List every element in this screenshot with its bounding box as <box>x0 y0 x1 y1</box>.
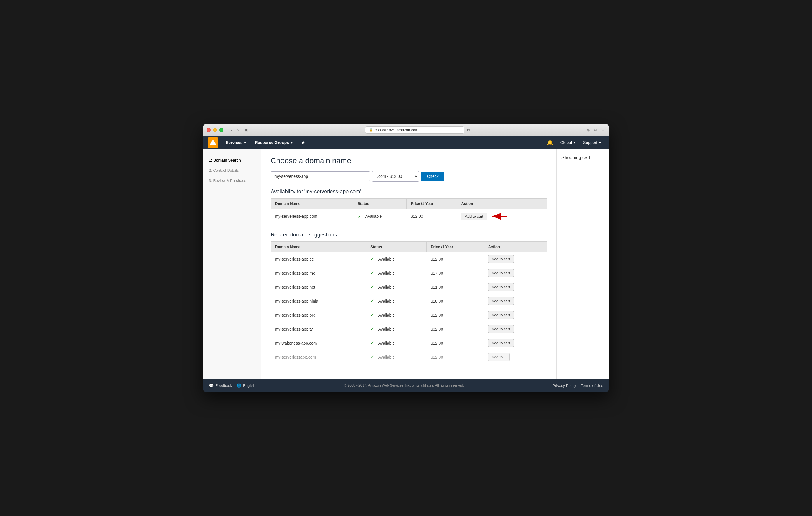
forward-button[interactable]: › <box>235 127 240 133</box>
price-cell: $12.00 <box>407 209 457 224</box>
sugg-domain-7: my-serverlessapp.com <box>271 350 366 364</box>
sugg-col-domain: Domain Name <box>271 242 366 252</box>
col-header-action: Action <box>457 199 547 209</box>
check-icon: ✓ <box>370 298 374 304</box>
sidebar-item-domain-search[interactable]: 1: Domain Search <box>203 155 261 165</box>
feedback-icon: 💬 <box>209 383 213 388</box>
sugg-domain-3: my-serverless-app.ninja <box>271 294 366 308</box>
feedback-button[interactable]: 💬 Feedback <box>209 383 232 388</box>
mac-window: ‹ › ▣ 🔒 console.aws.amazon.com ↺ ⎋ ⧉ + S… <box>203 124 609 392</box>
tld-select[interactable]: .com - $12.00 <box>372 171 419 182</box>
table-row: my-serverless-app.org ✓Available $12.00 … <box>271 308 547 322</box>
footer-copyright: © 2008 - 2017, Amazon Web Services, Inc.… <box>260 383 548 388</box>
sugg-price-0: $12.00 <box>427 252 484 266</box>
privacy-policy-link[interactable]: Privacy Policy <box>553 383 576 388</box>
check-icon: ✓ <box>370 354 374 360</box>
close-button[interactable] <box>206 128 210 132</box>
bell-icon: 🔔 <box>547 139 553 146</box>
sugg-domain-0: my-serverless-app.cc <box>271 252 366 266</box>
col-header-domain: Domain Name <box>271 199 353 209</box>
add-to-cart-button-main[interactable]: Add to cart <box>461 213 487 220</box>
browser-nav-buttons: ‹ › <box>229 127 241 133</box>
copyright-text: © 2008 - 2017, Amazon Web Services, Inc.… <box>344 383 464 388</box>
sugg-domain-4: my-serverless-app.org <box>271 308 366 322</box>
sidebar-item-review-purchase[interactable]: 3: Review & Purchase <box>203 176 261 186</box>
sugg-action-7: Add to... <box>484 350 547 364</box>
col-header-status: Status <box>353 199 407 209</box>
share-button[interactable]: ⎋ <box>586 127 591 133</box>
table-row: my-serverless-app.me ✓Available $17.00 A… <box>271 266 547 280</box>
support-dropdown-arrow: ▼ <box>599 141 602 144</box>
add-to-cart-button-5[interactable]: Add to cart <box>488 325 514 333</box>
lock-icon: 🔒 <box>369 128 373 132</box>
sugg-status-6: ✓Available <box>366 336 427 350</box>
sugg-domain-5: my-serverless-app.tv <box>271 322 366 336</box>
content-area: Choose a domain name .com - $12.00 Check… <box>261 149 556 379</box>
sugg-price-7: $12.00 <box>427 350 484 364</box>
language-label: English <box>243 383 256 388</box>
reload-button[interactable]: ↺ <box>467 128 470 132</box>
language-button[interactable]: 🌐 English <box>236 383 256 388</box>
back-button[interactable]: ‹ <box>229 127 234 133</box>
sugg-price-2: $11.00 <box>427 280 484 294</box>
tab-manage-button[interactable]: ⧉ <box>593 127 599 133</box>
sidebar-item-contact-details[interactable]: 2: Contact Details <box>203 165 261 176</box>
sugg-status-0: ✓Available <box>366 252 427 266</box>
table-row: my-serverless-app.com ✓ Available $12.00… <box>271 209 547 224</box>
domain-search-input[interactable] <box>271 172 370 181</box>
availability-table: Domain Name Status Price /1 Year Action … <box>271 198 547 223</box>
address-bar[interactable]: 🔒 console.aws.amazon.com <box>365 126 464 133</box>
steps-sidebar: 1: Domain Search 2: Contact Details 3: R… <box>203 149 261 379</box>
sugg-domain-2: my-serverless-app.net <box>271 280 366 294</box>
pin-nav-item[interactable]: ★ <box>297 136 309 149</box>
services-nav-item[interactable]: Services ▼ <box>222 136 251 149</box>
check-icon: ✓ <box>370 340 374 346</box>
add-to-cart-button-4[interactable]: Add to cart <box>488 311 514 319</box>
services-dropdown-arrow: ▼ <box>244 141 247 144</box>
resource-groups-label: Resource Groups <box>255 140 289 145</box>
global-dropdown[interactable]: Global ▼ <box>557 136 579 149</box>
sugg-status-5: ✓Available <box>366 322 427 336</box>
minimize-button[interactable] <box>213 128 217 132</box>
main-container: 1: Domain Search 2: Contact Details 3: R… <box>203 149 609 379</box>
table-row-truncated: my-serverlessapp.com ✓Available $12.00 A… <box>271 350 547 364</box>
global-label: Global <box>560 140 572 145</box>
availability-title: Availability for 'my-serverless-app.com' <box>271 189 547 195</box>
table-row: my-waiterless-app.com ✓Available $12.00 … <box>271 336 547 350</box>
feedback-label: Feedback <box>215 383 232 388</box>
check-button[interactable]: Check <box>421 172 444 181</box>
main-with-cart: Choose a domain name .com - $12.00 Check… <box>261 149 609 379</box>
sugg-price-3: $18.00 <box>427 294 484 308</box>
add-to-cart-button-3[interactable]: Add to cart <box>488 297 514 305</box>
url-text: console.aws.amazon.com <box>375 128 418 132</box>
action-cell: Add to cart <box>457 209 547 223</box>
aws-logo-icon[interactable] <box>208 137 218 148</box>
notifications-button[interactable]: 🔔 <box>544 136 556 149</box>
sugg-domain-6: my-waiterless-app.com <box>271 336 366 350</box>
support-dropdown[interactable]: Support ▼ <box>580 136 604 149</box>
resource-groups-nav-item[interactable]: Resource Groups ▼ <box>251 136 297 149</box>
sugg-action-2: Add to cart <box>484 280 547 294</box>
domain-name-cell: my-serverless-app.com <box>271 209 353 224</box>
reading-list-button[interactable]: ▣ <box>243 127 250 133</box>
add-to-cart-button-6[interactable]: Add to cart <box>488 339 514 347</box>
new-tab-button[interactable]: + <box>600 127 606 133</box>
terms-of-use-link[interactable]: Terms of Use <box>581 383 603 388</box>
sugg-action-4: Add to cart <box>484 308 547 322</box>
sugg-action-5: Add to cart <box>484 322 547 336</box>
add-to-cart-button-2[interactable]: Add to cart <box>488 283 514 291</box>
sugg-price-6: $12.00 <box>427 336 484 350</box>
sugg-status-7: ✓Available <box>366 350 427 364</box>
check-icon: ✓ <box>370 326 374 332</box>
sugg-col-price: Price /1 Year <box>427 242 484 252</box>
check-icon: ✓ <box>370 312 374 318</box>
maximize-button[interactable] <box>219 128 224 132</box>
check-icon: ✓ <box>370 284 374 290</box>
check-icon: ✓ <box>370 256 374 262</box>
address-bar-container: 🔒 console.aws.amazon.com ↺ <box>252 126 583 133</box>
sugg-action-1: Add to cart <box>484 266 547 280</box>
add-to-cart-button-7[interactable]: Add to... <box>488 353 510 361</box>
footer-right: Privacy Policy Terms of Use <box>553 383 604 388</box>
add-to-cart-button-0[interactable]: Add to cart <box>488 255 514 263</box>
add-to-cart-button-1[interactable]: Add to cart <box>488 269 514 277</box>
